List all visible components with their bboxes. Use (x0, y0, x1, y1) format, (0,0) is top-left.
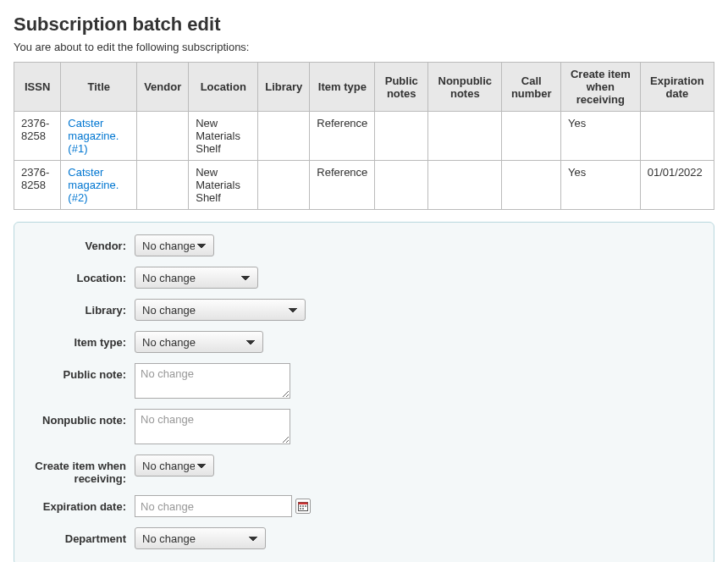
cell-issn: 2376-8258 (14, 112, 61, 161)
col-vendor: Vendor (137, 63, 189, 112)
cell-item-type: Reference (310, 161, 375, 210)
nonpublic-note-label: Nonpublic note: (26, 409, 135, 427)
vendor-select[interactable]: No change (135, 234, 214, 256)
calendar-icon (298, 501, 308, 511)
expiration-date-label: Expiration date: (26, 495, 135, 513)
cell-library (258, 112, 310, 161)
cell-vendor (137, 161, 189, 210)
cell-call-number (502, 161, 561, 210)
cell-issn: 2376-8258 (14, 161, 61, 210)
col-issn: ISSN (14, 63, 61, 112)
cell-public-notes (375, 112, 428, 161)
item-type-label: Item type: (26, 331, 135, 349)
cell-vendor (137, 112, 189, 161)
cell-create-item: Yes (560, 161, 640, 210)
cell-nonpublic-notes (428, 112, 502, 161)
create-item-label: Create item when receiving: (26, 455, 135, 485)
cell-location: New Materials Shelf (189, 112, 258, 161)
create-item-select[interactable]: No change (135, 455, 214, 477)
public-note-label: Public note: (26, 363, 135, 381)
department-label: Department (26, 527, 135, 545)
cell-call-number (502, 112, 561, 161)
intro-text: You are about to edit the following subs… (14, 41, 714, 53)
col-item-type: Item type (310, 63, 375, 112)
calendar-button[interactable] (295, 499, 311, 514)
item-type-select[interactable]: No change (135, 331, 263, 353)
svg-rect-4 (305, 505, 306, 507)
location-label: Location: (26, 267, 135, 284)
svg-rect-1 (299, 503, 308, 505)
title-link[interactable]: Catster magazine. (#2) (68, 166, 119, 204)
edit-form-panel: Vendor: No change Location: No change Li… (14, 222, 714, 562)
cell-nonpublic-notes (428, 161, 502, 210)
vendor-label: Vendor: (26, 234, 135, 252)
title-link[interactable]: Catster magazine. (#1) (68, 117, 119, 155)
svg-rect-2 (300, 505, 301, 507)
col-call-number: Call number (502, 63, 561, 112)
library-label: Library: (26, 299, 135, 317)
library-select[interactable]: No change (135, 299, 306, 321)
cell-item-type: Reference (310, 112, 375, 161)
col-nonpublic-notes: Nonpublic notes (428, 63, 502, 112)
cell-expiration: 01/01/2022 (640, 161, 714, 210)
col-library: Library (258, 63, 310, 112)
expiration-date-input[interactable] (135, 495, 292, 517)
cell-location: New Materials Shelf (189, 161, 258, 210)
col-expiration: Expiration date (640, 63, 714, 112)
cell-create-item: Yes (560, 112, 640, 161)
public-note-textarea[interactable] (135, 363, 290, 399)
department-select[interactable]: No change (135, 527, 266, 549)
svg-rect-3 (302, 505, 304, 507)
col-title: Title (61, 63, 137, 112)
table-row: 2376-8258 Catster magazine. (#1) New Mat… (14, 112, 714, 161)
nonpublic-note-textarea[interactable] (135, 409, 290, 444)
page-title: Subscription batch edit (14, 14, 714, 36)
svg-rect-5 (300, 508, 301, 510)
location-select[interactable]: No change (135, 267, 258, 289)
col-location: Location (189, 63, 258, 112)
svg-rect-6 (302, 508, 304, 510)
subscriptions-table: ISSN Title Vendor Location Library Item … (14, 62, 714, 210)
col-public-notes: Public notes (375, 63, 428, 112)
table-row: 2376-8258 Catster magazine. (#2) New Mat… (14, 161, 714, 210)
col-create-item: Create item when receiving (560, 63, 640, 112)
cell-expiration (640, 112, 714, 161)
cell-library (258, 161, 310, 210)
cell-public-notes (375, 161, 428, 210)
